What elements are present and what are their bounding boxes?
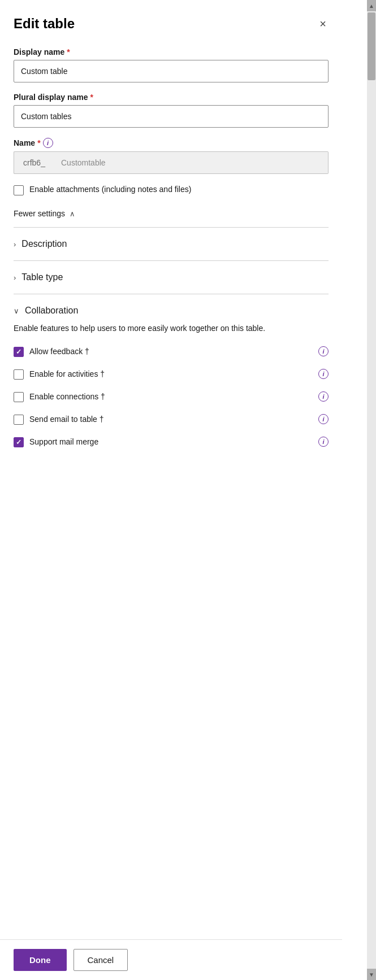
display-name-label: Display name * xyxy=(14,47,329,56)
done-button[interactable]: Done xyxy=(14,949,67,971)
plural-display-name-input[interactable] xyxy=(14,105,329,128)
send-email-info-icon[interactable]: i xyxy=(318,414,329,424)
description-title: Description xyxy=(21,239,67,249)
name-value: Customtable xyxy=(54,151,329,174)
name-info-icon[interactable]: i xyxy=(43,138,53,148)
fewer-settings-label: Fewer settings xyxy=(14,209,65,218)
support-mail-merge-info-icon[interactable]: i xyxy=(318,437,329,447)
allow-feedback-checkbox[interactable] xyxy=(14,347,24,357)
collab-enable-activities-row: Enable for activities † i xyxy=(14,368,329,380)
scrollbar[interactable]: ▲ ▼ xyxy=(367,0,376,980)
attachments-row: Enable attachments (including notes and … xyxy=(14,184,329,195)
collab-send-email-left: Send email to table † xyxy=(14,413,104,425)
enable-activities-info-icon[interactable]: i xyxy=(318,369,329,379)
enable-connections-label: Enable connections † xyxy=(29,392,105,401)
collab-enable-activities-left: Enable for activities † xyxy=(14,368,105,380)
attachments-checkbox[interactable] xyxy=(14,185,24,195)
display-name-input[interactable] xyxy=(14,60,329,82)
collab-send-email-row: Send email to table † i xyxy=(14,413,329,425)
name-required: * xyxy=(37,138,40,147)
fewer-settings-chevron-up-icon: ∧ xyxy=(70,210,75,218)
fewer-settings-toggle[interactable]: Fewer settings ∧ xyxy=(14,209,329,218)
collab-allow-feedback-left: Allow feedback † xyxy=(14,346,89,357)
close-button[interactable]: × xyxy=(317,16,329,32)
support-mail-merge-label: Support mail merge xyxy=(29,437,98,446)
description-chevron-right-icon: › xyxy=(14,240,16,249)
table-type-title: Table type xyxy=(21,272,63,282)
table-type-toggle[interactable]: › Table type xyxy=(14,272,329,282)
display-name-required: * xyxy=(67,47,70,56)
collab-enable-connections-left: Enable connections † xyxy=(14,391,105,402)
name-field-row: crfb6_ Customtable xyxy=(14,151,329,174)
name-group: Name * i crfb6_ Customtable xyxy=(14,138,329,174)
collab-allow-feedback-row: Allow feedback † i xyxy=(14,346,329,357)
edit-table-panel: Edit table × Display name * Plural displ… xyxy=(0,0,342,980)
enable-activities-label: Enable for activities † xyxy=(29,369,105,378)
name-prefix: crfb6_ xyxy=(14,151,54,174)
name-label: Name * i xyxy=(14,138,329,148)
description-toggle[interactable]: › Description xyxy=(14,239,329,249)
collab-mail-merge-row: Support mail merge i xyxy=(14,436,329,447)
cancel-button[interactable]: Cancel xyxy=(74,949,128,971)
send-email-label: Send email to table † xyxy=(29,415,104,424)
panel-header: Edit table × xyxy=(14,16,329,32)
enable-activities-checkbox[interactable] xyxy=(14,369,24,380)
description-section: › Description xyxy=(14,227,329,260)
collaboration-toggle[interactable]: ∨ Collaboration xyxy=(14,306,329,316)
send-email-checkbox[interactable] xyxy=(14,415,24,425)
enable-connections-checkbox[interactable] xyxy=(14,392,24,402)
collaboration-section: ∨ Collaboration Enable features to help … xyxy=(14,294,329,470)
collaboration-description: Enable features to help users to more ea… xyxy=(14,323,329,334)
collaboration-chevron-down-icon: ∨ xyxy=(14,307,19,315)
plural-display-name-label: Plural display name * xyxy=(14,93,329,102)
display-name-group: Display name * xyxy=(14,47,329,82)
scrollbar-up-button[interactable]: ▲ xyxy=(367,0,376,11)
scrollbar-down-button[interactable]: ▼ xyxy=(367,969,376,980)
scrollbar-track xyxy=(367,11,376,969)
scrollbar-thumb[interactable] xyxy=(368,12,375,80)
collaboration-title: Collaboration xyxy=(25,306,78,316)
enable-connections-info-icon[interactable]: i xyxy=(318,391,329,402)
allow-feedback-label: Allow feedback † xyxy=(29,347,89,356)
footer: Done Cancel xyxy=(0,939,342,980)
support-mail-merge-checkbox[interactable] xyxy=(14,437,24,447)
collab-mail-merge-left: Support mail merge xyxy=(14,436,98,447)
plural-display-name-group: Plural display name * xyxy=(14,93,329,128)
attachments-label: Enable attachments (including notes and … xyxy=(29,184,191,195)
panel-title: Edit table xyxy=(14,16,75,32)
allow-feedback-info-icon[interactable]: i xyxy=(318,346,329,356)
table-type-chevron-right-icon: › xyxy=(14,273,16,282)
plural-display-name-required: * xyxy=(90,93,93,102)
table-type-section: › Table type xyxy=(14,260,329,294)
collab-enable-connections-row: Enable connections † i xyxy=(14,391,329,402)
